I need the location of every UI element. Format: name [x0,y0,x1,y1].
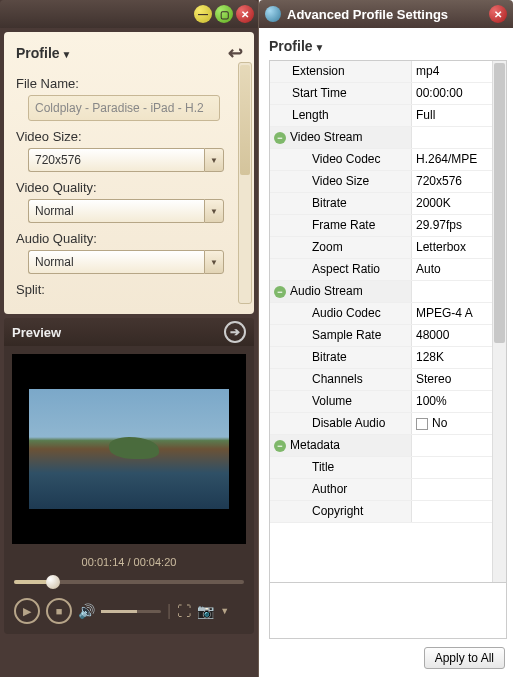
properties-scrollbar[interactable] [492,61,506,582]
prop-val-extension[interactable]: mp4 [412,61,492,82]
profile-section: Profile▼ ↩ File Name: Video Size: 720x57… [4,32,254,314]
prop-key-mtitle: Title [270,457,412,478]
video-quality-dropdown-icon[interactable]: ▼ [204,199,224,223]
profile-section-header[interactable]: Profile▼ [269,38,507,54]
close-button[interactable]: ✕ [236,5,254,23]
prop-key-mcopy: Copyright [270,501,412,522]
prop-val-vcodec[interactable]: H.264/MPE [412,149,492,170]
video-quality-select[interactable]: Normal [28,199,204,223]
collapse-icon[interactable]: − [274,132,286,144]
prop-val-mtitle[interactable] [412,457,492,478]
right-titlebar: Advanced Profile Settings ✕ [259,0,513,28]
profile-scrollbar[interactable] [238,62,252,304]
group-metadata[interactable]: −Metadata [270,435,412,456]
maximize-button[interactable]: ▢ [215,5,233,23]
video-size-dropdown-icon[interactable]: ▼ [204,148,224,172]
prop-key-achan: Channels [270,369,412,390]
time-display: 00:01:14 / 00:04:20 [4,552,254,572]
volume-icon[interactable]: 🔊 [78,603,95,619]
prop-val-mauthor[interactable] [412,479,492,500]
stop-button[interactable]: ■ [46,598,72,624]
prop-key-abitrate: Bitrate [270,347,412,368]
minimize-button[interactable]: — [194,5,212,23]
left-panel: — ▢ ✕ Profile▼ ↩ File Name: Video Size: … [0,0,258,677]
preview-section: Preview ➔ 00:01:14 / 00:04:20 ▶ ■ 🔊 | ⛶ … [4,318,254,634]
properties-grid: Extensionmp4 Start Time00:00:00 LengthFu… [269,60,507,583]
split-label: Split: [16,282,246,297]
video-size-label: Video Size: [16,129,246,144]
audio-quality-select[interactable]: Normal [28,250,204,274]
prop-key-vcodec: Video Codec [270,149,412,170]
video-size-select[interactable]: 720x576 [28,148,204,172]
prop-key-length: Length [270,105,412,126]
prop-val-abitrate[interactable]: 128K [412,347,492,368]
seek-knob[interactable] [46,575,60,589]
file-name-input[interactable] [28,95,220,121]
prop-val-achan[interactable]: Stereo [412,369,492,390]
separator: | [167,602,171,620]
prop-val-adisable[interactable]: No [412,413,492,434]
preview-header: Preview [12,325,61,340]
left-titlebar: — ▢ ✕ [0,0,258,28]
prop-val-vzoom[interactable]: Letterbox [412,237,492,258]
disable-audio-checkbox[interactable] [416,418,428,430]
video-viewport[interactable] [12,354,246,544]
prop-key-vzoom: Zoom [270,237,412,258]
prop-val-start-time[interactable]: 00:00:00 [412,83,492,104]
prop-val-vsize[interactable]: 720x576 [412,171,492,192]
prop-val-vaspect[interactable]: Auto [412,259,492,280]
prop-key-extension: Extension [270,61,412,82]
prop-val-vfps[interactable]: 29.97fps [412,215,492,236]
seek-slider[interactable] [14,580,244,584]
prop-val-acodec[interactable]: MPEG-4 A [412,303,492,324]
preview-forward-icon[interactable]: ➔ [224,321,246,343]
right-panel: Advanced Profile Settings ✕ Profile▼ Ext… [258,0,513,677]
apply-to-all-button[interactable]: Apply to All [424,647,505,669]
video-quality-label: Video Quality: [16,180,246,195]
globe-icon [265,6,281,22]
file-name-label: File Name: [16,76,246,91]
audio-quality-label: Audio Quality: [16,231,246,246]
prop-key-acodec: Audio Codec [270,303,412,324]
prop-val-length[interactable]: Full [412,105,492,126]
prop-key-asample: Sample Rate [270,325,412,346]
fullscreen-icon[interactable]: ⛶ [177,603,191,619]
prop-val-mcopy[interactable] [412,501,492,522]
description-textarea[interactable] [269,583,507,639]
prop-key-vsize: Video Size [270,171,412,192]
prop-key-vfps: Frame Rate [270,215,412,236]
group-audio-stream[interactable]: −Audio Stream [270,281,412,302]
prop-key-adisable: Disable Audio [270,413,412,434]
prop-val-vbitrate[interactable]: 2000K [412,193,492,214]
play-button[interactable]: ▶ [14,598,40,624]
prop-key-vbitrate: Bitrate [270,193,412,214]
prop-key-mauthor: Author [270,479,412,500]
snapshot-dropdown-icon[interactable]: ▼ [220,606,229,616]
group-video-stream[interactable]: −Video Stream [270,127,412,148]
audio-quality-dropdown-icon[interactable]: ▼ [204,250,224,274]
collapse-icon[interactable]: − [274,440,286,452]
snapshot-icon[interactable]: 📷 [197,603,214,619]
prop-key-start-time: Start Time [270,83,412,104]
prop-val-asample[interactable]: 48000 [412,325,492,346]
right-panel-title: Advanced Profile Settings [287,7,483,22]
video-thumbnail [29,389,229,509]
volume-slider[interactable] [101,610,161,613]
collapse-icon[interactable]: − [274,286,286,298]
right-close-button[interactable]: ✕ [489,5,507,23]
prop-val-avol[interactable]: 100% [412,391,492,412]
profile-header[interactable]: Profile▼ [16,45,71,61]
back-arrow-icon[interactable]: ↩ [224,42,246,64]
prop-key-vaspect: Aspect Ratio [270,259,412,280]
prop-key-avol: Volume [270,391,412,412]
